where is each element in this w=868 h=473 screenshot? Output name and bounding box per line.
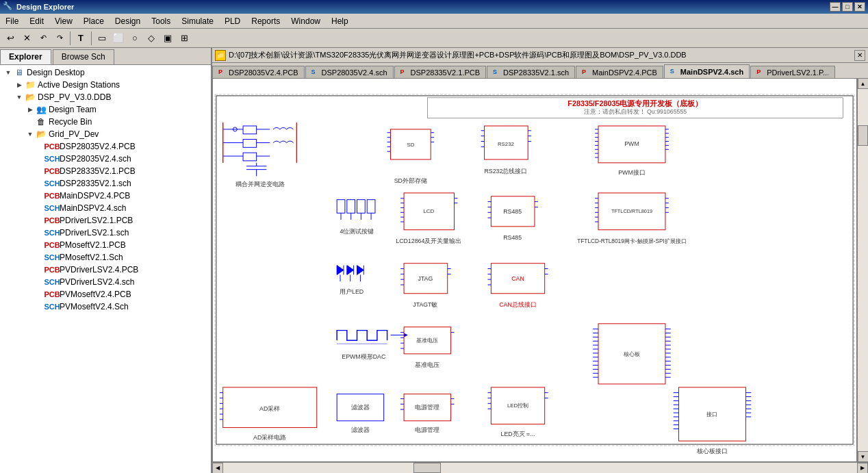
tab-dsp28335v21sch[interactable]: S DSP28335V2.1.sch [487, 66, 575, 78]
tree-label-design-team: Design Team [49, 105, 97, 114]
hscroll-thumb[interactable] [413, 463, 441, 473]
schematic-svg: F28335/F28035电源专用开发板（底板） 注意：请勿私自转发！ Qu:9… [213, 79, 856, 461]
menu-design[interactable]: Design [110, 14, 146, 28]
tree-item-pvmoseftv24pcb[interactable]: PCB PVMoseftV2.4.PCB [0, 288, 211, 301]
svg-text:TFTLCD/RTL8019: TFTLCD/RTL8019 [611, 208, 652, 214]
toolbar-filled[interactable]: ▣ [160, 31, 175, 46]
toolbar-grid[interactable]: ⊞ [177, 31, 192, 46]
file-path-close-button[interactable]: ✕ [854, 50, 865, 61]
vertical-scrollbar[interactable]: ▲ ▼ [857, 78, 868, 462]
toolbar-rect2[interactable]: ⬜ [111, 31, 126, 46]
vscroll-thumb[interactable] [858, 125, 868, 146]
folder-design-team-icon: 👥 [36, 104, 47, 115]
toolbar-rect[interactable]: ▭ [94, 31, 110, 46]
menu-edit[interactable]: Edit [24, 14, 49, 28]
menu-simulate[interactable]: Simulate [176, 14, 219, 28]
menu-file[interactable]: File [0, 14, 24, 28]
scroll-down-button[interactable]: ▼ [858, 451, 869, 462]
tree-item-dsp-ddb[interactable]: ▼ 📂 DSP_PV_V3.0.DDB [0, 91, 211, 103]
schematic-area[interactable]: F28335/F28035电源专用开发板（底板） 注意：请勿私自转发！ Qu:9… [212, 78, 857, 462]
tab-explorer[interactable]: Explorer [0, 49, 51, 64]
folder-dsp-ddb-icon: 📂 [25, 92, 36, 103]
svg-text:电源管理: 电源管理 [415, 404, 439, 411]
minimize-button[interactable]: — [830, 2, 841, 12]
tree-item-pvmoseftv24sch[interactable]: SCH PVMoseftV2.4.Sch [0, 301, 211, 313]
tree-label-file-3: DSP28335V2.1.PCB [60, 166, 136, 176]
svg-text:JTAGT敏: JTAGT敏 [413, 301, 437, 308]
svg-text:注意：请勿私自转发！ Qu:991065555: 注意：请勿私自转发！ Qu:991065555 [584, 108, 687, 115]
tree-item-pmoseftv21pcb[interactable]: PCB PMoseftV2.1.PCB [0, 239, 211, 251]
close-button[interactable]: ✕ [854, 2, 865, 12]
tree-item-pvdriverlsv24pcb[interactable]: PCB PVDriverLSV2.4.PCB [0, 264, 211, 276]
tree-item-design-desktop[interactable]: ▼ 🖥 Design Desktop [0, 66, 211, 79]
title-bar-controls[interactable]: — □ ✕ [830, 2, 865, 12]
svg-text:LED亮灭 =...: LED亮灭 =... [501, 431, 535, 437]
svg-text:PWM接口: PWM接口 [618, 169, 646, 176]
tree-item-dsp28035v24sch[interactable]: SCH DSP28035V2.4.sch [0, 153, 211, 165]
toolbar-cancel[interactable]: ✕ [19, 31, 34, 46]
toolbar-diamond[interactable]: ◇ [144, 31, 159, 46]
expand-grid-pv[interactable]: ▼ [25, 129, 36, 140]
tree-label-file-8: PDriverLSV2.1.sch [60, 228, 129, 238]
toolbar-circle[interactable]: ○ [127, 31, 142, 46]
toolbar-undo[interactable]: ↶ [36, 31, 51, 46]
tree-item-pdriverlsv21pcb[interactable]: PCB PDriverLSV2.1.PCB [0, 214, 211, 227]
toolbar-back[interactable]: ↩ [3, 31, 18, 46]
expand-dsp-ddb[interactable]: ▼ [14, 92, 25, 103]
tree-item-dsp28335v21sch[interactable]: SCH DSP28335V2.1.sch [0, 177, 211, 190]
tree-item-grid-pv[interactable]: ▼ 📂 Grid_PV_Dev [0, 128, 211, 140]
tab-pcb-icon-4: P [756, 68, 765, 77]
menu-place[interactable]: Place [78, 14, 110, 28]
expand-recycle-bin[interactable]: · [25, 116, 36, 127]
menu-help[interactable]: Help [326, 14, 354, 28]
title-bar: 🔧 Design Explorer — □ ✕ [0, 0, 868, 14]
pcb-icon-5: PCB [47, 240, 58, 251]
tab-dsp28035v24pcb[interactable]: P DSP28035V2.4.PCB [212, 66, 305, 78]
scroll-up-button[interactable]: ▲ [858, 78, 869, 89]
maximize-button[interactable]: □ [842, 2, 853, 12]
menu-reports[interactable]: Reports [246, 14, 285, 28]
menu-window[interactable]: Window [285, 14, 326, 28]
tree-label-file-9: PMoseftV2.1.PCB [60, 240, 126, 250]
svg-text:4位测试按键: 4位测试按键 [340, 228, 374, 235]
svg-text:基准电压: 基准电压 [415, 361, 439, 368]
tab-dsp28035v24sch[interactable]: S DSP28035V2.4.sch [305, 66, 394, 78]
expand-active-design[interactable]: ▶ [14, 79, 25, 90]
tree-item-active-design[interactable]: ▶ 📁 Active Design Stations [0, 79, 211, 91]
toolbar-text[interactable]: T [73, 31, 88, 46]
svg-text:TFTLCD-RTL8019网卡-触摸屏-SPI扩展接口: TFTLCD-RTL8019网卡-触摸屏-SPI扩展接口 [577, 238, 687, 244]
tree-item-dsp28035v24pcb[interactable]: PCB DSP28035V2.4.PCB [0, 140, 211, 153]
tree-item-pdriverlsv21sch[interactable]: SCH PDriverLSV2.1.sch [0, 227, 211, 239]
menu-tools[interactable]: Tools [146, 14, 176, 28]
right-panel: 📁 D:\[07]技术创新\设计资源\TMS320F28335光伏离网并网逆变器… [212, 48, 868, 473]
file-path-icon: 📁 [215, 50, 226, 61]
scroll-left-button[interactable]: ◀ [212, 463, 223, 474]
tree-item-maindspv24pcb[interactable]: PCB MainDSPV2.4.PCB [0, 190, 211, 202]
sch-icon-2: SCH [47, 178, 58, 189]
tab-sch-icon-3: S [670, 68, 678, 76]
tree-item-recycle-bin[interactable]: · 🗑 Recycle Bin [0, 116, 211, 128]
tab-dsp28335v21pcb[interactable]: P DSP28335V2.1.PCB [394, 66, 487, 78]
tree-item-dsp28335v21pcb[interactable]: PCB DSP28335V2.1.PCB [0, 165, 211, 177]
tab-browse-sch[interactable]: Browse Sch [53, 49, 114, 64]
tab-pdriverlsv21p[interactable]: P PDriverLSV2.1.P... [750, 66, 835, 78]
menu-view[interactable]: View [49, 14, 78, 28]
tree-item-design-team[interactable]: ▶ 👥 Design Team [0, 103, 211, 116]
tree-label-recycle-bin: Recycle Bin [49, 117, 92, 127]
scroll-right-button[interactable]: ▶ [857, 463, 868, 474]
tree-item-pmoseftv21sch[interactable]: SCH PMoseftV2.1.Sch [0, 251, 211, 264]
tree-item-pvdriverlsv24sch[interactable]: SCH PVDriverLSV2.4.sch [0, 276, 211, 288]
toolbar: ↩ ✕ ↶ ↷ T ▭ ⬜ ○ ◇ ▣ ⊞ [0, 29, 868, 48]
horizontal-scrollbar[interactable]: ◀ ▶ [212, 462, 868, 473]
tab-maindspv24sch[interactable]: S MainDSPV2.4.sch [664, 64, 750, 78]
svg-text:AD采样: AD采样 [259, 405, 280, 412]
tab-maindspv24pcb[interactable]: P MainDSPV2.4.PCB [576, 66, 663, 78]
tree-item-maindspv24sch[interactable]: SCH MainDSPV2.4.sch [0, 202, 211, 214]
sch-icon-7: SCH [47, 301, 58, 312]
svg-text:RS232: RS232 [498, 141, 514, 147]
tree-label-file-14: PVMoseftV2.4.Sch [60, 302, 129, 311]
toolbar-redo[interactable]: ↷ [52, 31, 67, 46]
expand-design-team[interactable]: ▶ [25, 104, 36, 115]
menu-pld[interactable]: PLD [219, 14, 246, 28]
expand-design-desktop[interactable]: ▼ [3, 67, 14, 78]
